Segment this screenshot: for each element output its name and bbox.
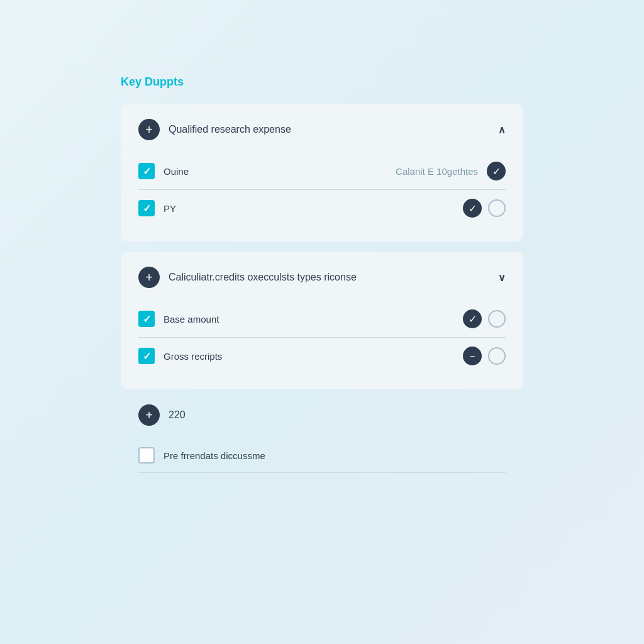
section-2-card: + Caliculiatr.credits oxecculsts types r… (121, 252, 523, 389)
standalone-number: 220 (169, 409, 186, 421)
row-1-1-label: Ouine (164, 166, 377, 177)
row-1-2-dark-check[interactable]: ✓ (463, 199, 482, 218)
row-2-2-checkmark-icon: ✓ (143, 350, 151, 362)
row-2-1-checkmark-icon: ✓ (143, 313, 151, 325)
section-1-card: + Qualified research expense ∧ ✓ Ouine C… (121, 104, 523, 242)
row-1-2-right: ✓ (463, 199, 506, 218)
row-1-2-circle-empty[interactable] (488, 199, 506, 217)
row-1-2-label: PY (164, 203, 454, 214)
row-1-1-checkbox[interactable]: ✓ (138, 163, 155, 179)
row-2-1-label: Base amount (164, 314, 454, 325)
standalone-row-label: Pre frrendats diccussme (164, 450, 506, 461)
standalone-row: Pre frrendats diccussme (138, 438, 506, 473)
standalone-expand-icon[interactable]: + (138, 404, 160, 426)
row-1-1-dark-check-icon: ✓ (492, 165, 501, 177)
row-2-2-checkbox[interactable]: ✓ (138, 348, 155, 364)
row-2-1-circle-empty[interactable] (488, 310, 506, 328)
row-1-2-checkbox[interactable]: ✓ (138, 200, 155, 216)
row-1-1-right: ✓ (487, 162, 506, 180)
row-1-2-dark-check-icon: ✓ (469, 203, 477, 214)
row-2-1-right: ✓ (463, 309, 506, 328)
row-1-1-dark-check[interactable]: ✓ (487, 162, 506, 180)
section-1-row-1: ✓ Ouine Calanit E 10gethtes ✓ (138, 153, 506, 190)
section-2-title: Caliculiatr.credits oxecculsts types ric… (169, 272, 357, 283)
section-2-expand-icon[interactable]: + (138, 267, 160, 288)
section-2-row-1: ✓ Base amount ✓ (138, 301, 506, 338)
page-title: Key Duppts (121, 75, 523, 89)
row-2-2-right: − (463, 347, 506, 365)
row-2-2-label: Gross recripts (164, 351, 454, 362)
standalone-section: + 220 Pre frrendats diccussme (121, 399, 523, 478)
row-1-1-label-secondary: Calanit E 10gethtes (396, 166, 478, 177)
section-1-expand-icon[interactable]: + (138, 119, 160, 140)
row-2-2-dark-check-icon: − (470, 351, 475, 361)
section-1-header: + Qualified research expense ∧ (138, 119, 506, 140)
row-2-1-dark-check[interactable]: ✓ (463, 309, 482, 328)
row-2-2-circle-empty[interactable] (488, 347, 506, 365)
section-1-header-left: + Qualified research expense (138, 119, 291, 140)
section-2-row-2: ✓ Gross recripts − (138, 338, 506, 374)
row-1-1-checkmark-icon: ✓ (143, 165, 151, 177)
section-2-chevron-icon[interactable]: ∨ (498, 272, 506, 284)
row-1-2-checkmark-icon: ✓ (143, 203, 151, 214)
row-2-1-dark-check-icon: ✓ (469, 313, 477, 325)
row-2-2-dark-check[interactable]: − (463, 347, 482, 365)
standalone-header: + 220 (138, 404, 506, 426)
section-2-header: + Caliculiatr.credits oxecculsts types r… (138, 267, 506, 288)
standalone-checkbox[interactable] (138, 447, 155, 464)
section-2-header-left: + Caliculiatr.credits oxecculsts types r… (138, 267, 357, 288)
section-1-title: Qualified research expense (169, 124, 291, 135)
row-2-1-checkbox[interactable]: ✓ (138, 311, 155, 327)
section-1-row-2: ✓ PY ✓ (138, 190, 506, 226)
main-container: Key Duppts + Qualified research expense … (121, 75, 523, 488)
section-1-chevron-icon[interactable]: ∧ (498, 124, 506, 136)
